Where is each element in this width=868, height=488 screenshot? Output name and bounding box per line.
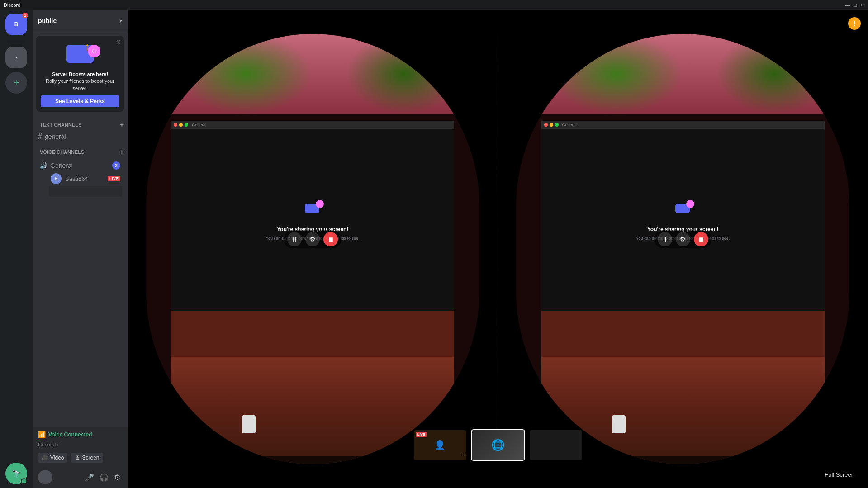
window-bar-left: General [171, 121, 454, 129]
user-footer: 🎤 🎧 ⚙ [33, 466, 128, 488]
vr-bottom-right [541, 311, 825, 464]
add-voice-channel-button[interactable]: + [120, 148, 124, 156]
vr-eye-left: General You're sharing your screen! You … [128, 10, 498, 488]
server-divider [7, 41, 25, 41]
vr-settings-button[interactable]: ⚙ [305, 232, 320, 246]
sharing-icon [301, 200, 324, 223]
taskbar-icon-2 [194, 457, 199, 463]
voice-user-name: Basti564 [65, 175, 88, 182]
boost-popup-close-button[interactable]: ✕ [116, 38, 121, 46]
add-text-channel-button[interactable]: + [120, 121, 124, 129]
live-badge: LIVE [108, 176, 120, 181]
vr-container: General You're sharing your screen! You … [128, 10, 868, 488]
server-icon-1[interactable]: ▪ [5, 47, 27, 68]
window-maximize-dot [185, 123, 188, 127]
user-controls: 🎤 🎧 ⚙ [83, 472, 122, 483]
channel-sidebar: public ▾ ✕ ↑ ⬡ Server Boosts are here! R… [33, 10, 128, 488]
text-channels-section: TEXT CHANNELS + # general [33, 119, 128, 142]
thumbnail-vr[interactable]: 👤 LIVE ··· [413, 429, 467, 461]
vr-lens-left: General You're sharing your screen! You … [146, 34, 479, 464]
window-title-right: General [562, 123, 577, 127]
minimize-button[interactable]: — [845, 2, 850, 8]
mars-floor-right [541, 357, 825, 464]
window-minimize-dot-r [550, 123, 553, 127]
window-bar-right: General [541, 121, 825, 129]
voice-channel-name-row[interactable]: 🔊 General 2 [38, 160, 122, 171]
vr-controls-left: ⏸ ⚙ ⏹ [284, 230, 342, 248]
notification-area: ! [848, 17, 861, 30]
voice-connected-indicator: 📶 Voice Connected [38, 431, 122, 438]
window-close-dot-r [544, 123, 548, 127]
window-minimize-dot [179, 123, 183, 127]
discover-icon[interactable]: 🔭 [5, 463, 27, 484]
voice-channels-header[interactable]: VOICE CHANNELS + [33, 146, 128, 158]
vr-pause-button[interactable]: ⏸ [287, 232, 302, 246]
notification-badge: 1 [22, 13, 28, 18]
taskbar-icon-3 [200, 457, 206, 463]
voice-channels-section: VOICE CHANNELS + 🔊 General 2 B Basti564 … [33, 146, 128, 199]
window-close-dot [174, 123, 177, 127]
voice-channel-general: 🔊 General 2 B Basti564 LIVE [34, 158, 126, 199]
vr-pause-button-r[interactable]: ⏸ [658, 232, 672, 246]
user-avatar [38, 470, 52, 484]
boost-shield-icon: ⬡ [88, 45, 100, 57]
user-initial: B [14, 21, 19, 28]
screen-share-button[interactable]: 🖥 Screen [71, 453, 103, 463]
mars-floor-left [171, 357, 454, 464]
voice-signal-icon: 📶 [38, 431, 46, 438]
window-title-left: General [192, 123, 206, 127]
servers-bar: B 1 ▪ + 🔭 [0, 10, 33, 488]
text-channels-header[interactable]: TEXT CHANNELS + [33, 119, 128, 131]
add-server-button[interactable]: + [5, 72, 27, 94]
screen-icon: 🖥 [75, 455, 80, 461]
vr-settings-button-r[interactable]: ⚙ [676, 232, 690, 246]
voice-user-item[interactable]: B Basti564 LIVE [49, 172, 122, 185]
sharing-circle-icon-r [686, 200, 694, 208]
online-indicator [21, 478, 27, 484]
boost-cta-button[interactable]: See Levels & Perks [41, 95, 119, 107]
deafen-button[interactable]: 🎧 [98, 472, 110, 483]
thumbnail-screen-bg: 🌐 [472, 430, 524, 460]
taskbar-icon-r5 [584, 457, 590, 463]
channel-name: general [45, 133, 66, 140]
vr-divider [498, 34, 498, 464]
mars-robot-left [242, 415, 256, 433]
window-controls[interactable]: — □ ✕ [845, 2, 864, 8]
voice-user-count: 2 [112, 161, 120, 170]
thumbnail-screen[interactable]: 🌐 [471, 429, 525, 461]
fullscreen-button[interactable]: Full Screen [818, 469, 861, 481]
boost-graphic: ↑ ⬡ [60, 43, 100, 65]
home-server-icon[interactable]: B 1 [5, 14, 27, 35]
maximize-button[interactable]: □ [854, 2, 857, 8]
vr-stop-button[interactable]: ⏹ [323, 232, 338, 246]
vr-stop-button-r[interactable]: ⏹ [694, 232, 708, 246]
channel-item-general[interactable]: # general [34, 131, 126, 142]
vr-eye-right: General You're sharing your screen! You … [498, 10, 868, 488]
palm-left [180, 34, 313, 114]
taskbar-icon-5 [214, 457, 219, 463]
taskbar-icon-1 [187, 457, 192, 463]
app-title: Discord [4, 2, 20, 8]
mute-button[interactable]: 🎤 [83, 472, 96, 483]
avatar: B [51, 173, 62, 184]
palm-right-left [550, 34, 683, 114]
server-header[interactable]: public ▾ [33, 10, 128, 32]
vr-top-right [516, 34, 849, 114]
server-name: public [38, 17, 57, 24]
channels-list: TEXT CHANNELS + # general VOICE CHANNELS… [33, 115, 128, 427]
muted-user-item [49, 186, 122, 197]
sharing-circle-icon [316, 200, 324, 208]
video-button[interactable]: 🎥 Video [38, 453, 67, 463]
vr-middle-right: General You're sharing your screen! You … [541, 121, 825, 311]
chevron-down-icon: ▾ [119, 18, 122, 24]
hash-icon: # [38, 133, 42, 141]
thumbnail-more-button[interactable]: ··· [459, 451, 465, 458]
titlebar: Discord — □ ✕ [0, 0, 868, 10]
thumbnail-dark[interactable] [529, 429, 583, 461]
vr-middle-left: General You're sharing your screen! You … [171, 121, 454, 311]
notification-icon[interactable]: ! [848, 17, 861, 30]
close-button[interactable]: ✕ [860, 2, 864, 8]
user-settings-button[interactable]: ⚙ [112, 472, 122, 483]
main-content: General You're sharing your screen! You … [128, 10, 868, 488]
video-icon: 🎥 [42, 455, 48, 461]
